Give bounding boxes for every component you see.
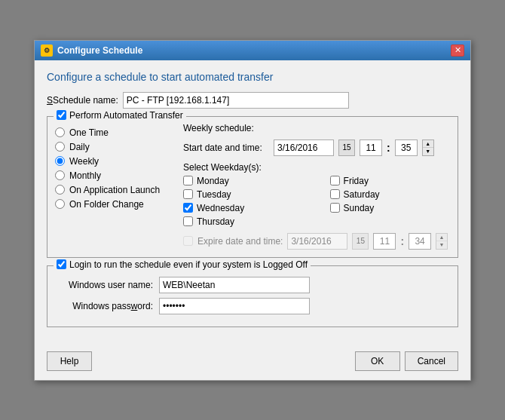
radio-on-launch-input[interactable] [55,185,65,195]
radio-daily-label: Daily [69,142,90,152]
expire-datetime-row: Expire date and time: 15 : ▲ ▼ [183,233,450,250]
perform-transfer-legend: Perform Automated Transfer [54,110,186,121]
start-date-input[interactable] [274,139,334,156]
radio-monthly: Monthly [55,170,168,181]
radio-monthly-input[interactable] [55,170,65,180]
weekday-tuesday-checkbox[interactable] [183,189,193,199]
time-separator: : [387,142,390,154]
username-row: Windows user name: [55,277,450,293]
perform-transfer-group: Perform Automated Transfer One Time Dail… [47,116,458,258]
password-label: Windows password: [55,301,153,311]
radio-daily-input[interactable] [55,142,65,152]
radio-on-folder-label: On Folder Change [69,199,144,210]
radio-on-folder: On Folder Change [55,199,168,210]
login-group-label: Login to run the schedule even if your s… [69,259,308,270]
ok-button[interactable]: OK [355,351,400,371]
cancel-button[interactable]: Cancel [405,351,458,371]
main-title: Configure a schedule to start automated … [47,71,458,83]
weekday-tuesday-label: Tuesday [197,189,231,200]
start-hour-input[interactable] [360,139,382,156]
window-content: Configure a schedule to start automated … [35,60,470,345]
expire-date-cal-button[interactable]: 15 [352,233,369,250]
weekly-schedule-section: Weekly schedule: Start date and time: 15… [183,123,450,250]
title-bar: ⚙ Configure Schedule ✕ [35,41,470,60]
username-input[interactable] [159,277,310,293]
password-input[interactable] [159,298,310,314]
expire-minute-input[interactable] [409,233,431,250]
radio-one-time: One Time [55,127,168,138]
expire-hour-input[interactable] [373,233,396,250]
bottom-bar: Help OK Cancel [35,345,470,380]
schedule-name-label: SSchedule name: [47,95,118,106]
login-group: Login to run the schedule even if your s… [47,265,458,327]
login-group-legend: Login to run the schedule even if your s… [54,259,311,270]
weekday-thursday: Thursday [183,216,315,227]
weekday-sunday-checkbox[interactable] [330,203,340,213]
start-minute-input[interactable] [395,139,418,156]
radio-daily: Daily [55,142,168,152]
radio-weekly-input[interactable] [55,156,65,166]
weekday-wednesday-label: Wednesday [197,203,244,213]
expire-label: Expire date and time: [197,236,283,247]
cal-icon: 15 [343,143,351,152]
weekday-monday: Monday [183,176,315,186]
weekday-friday-checkbox[interactable] [330,176,340,185]
radio-on-launch-label: On Application Launch [69,185,160,195]
weekday-friday-label: Friday [344,176,369,186]
radio-one-time-label: One Time [69,127,109,138]
expire-date-input[interactable] [287,233,347,250]
time-spin-up[interactable]: ▲ [423,140,433,148]
expire-time-spin-down[interactable]: ▼ [436,241,447,249]
weekday-saturday: Saturday [330,189,450,200]
weekday-thursday-label: Thursday [197,216,234,227]
title-bar-left: ⚙ Configure Schedule [41,44,142,57]
weekday-wednesday-checkbox[interactable] [183,203,193,213]
expire-checkbox[interactable] [183,236,193,246]
start-date-cal-button[interactable]: 15 [338,139,355,156]
radio-on-folder-input[interactable] [55,199,65,209]
window-title: Configure Schedule [57,45,142,56]
weekdays-grid: Monday Friday Tuesday Saturday [183,176,450,227]
weekday-saturday-label: Saturday [344,189,380,200]
radio-weekly-label: Weekly [69,156,99,167]
start-datetime-row: Start date and time: 15 : ▲ ▼ [183,139,450,156]
weekday-monday-checkbox[interactable] [183,176,193,185]
weekday-saturday-checkbox[interactable] [330,189,340,199]
frequency-radio-group: One Time Daily Weekly Monthly [55,127,168,250]
schedule-name-input[interactable] [123,92,349,109]
radio-weekly: Weekly [55,156,168,167]
configure-schedule-window: ⚙ Configure Schedule ✕ Configure a sched… [34,40,471,381]
perform-transfer-label: Perform Automated Transfer [69,110,183,121]
radio-one-time-input[interactable] [55,127,65,137]
expire-time-separator: : [400,235,404,247]
help-button[interactable]: Help [47,351,92,371]
expire-time-spinner: ▲ ▼ [436,233,448,250]
weekly-title: Weekly schedule: [183,123,450,133]
time-spinner: ▲ ▼ [422,139,434,156]
login-checkbox[interactable] [57,259,66,269]
schedule-content: One Time Daily Weekly Monthly [55,123,450,250]
perform-transfer-checkbox[interactable] [57,110,66,120]
close-button[interactable]: ✕ [451,44,464,57]
weekday-monday-label: Monday [197,176,229,186]
time-spin-down[interactable]: ▼ [423,148,433,155]
radio-monthly-label: Monthly [69,170,101,181]
radio-on-launch: On Application Launch [55,185,168,195]
schedule-name-row: SSchedule name: [47,92,458,109]
expire-time-spin-up[interactable]: ▲ [436,234,447,241]
expire-cal-icon: 15 [357,237,365,245]
weekday-wednesday: Wednesday [183,203,315,213]
weekday-thursday-checkbox[interactable] [183,216,193,226]
weekday-tuesday: Tuesday [183,189,315,200]
weekday-sunday-label: Sunday [344,203,375,213]
password-row: Windows password: [55,298,450,314]
start-label: Start date and time: [183,143,262,153]
weekday-sunday: Sunday [330,203,450,213]
weekday-friday: Friday [330,176,450,186]
window-icon: ⚙ [41,44,53,57]
username-label: Windows user name: [55,280,153,290]
bottom-right-buttons: OK Cancel [355,351,458,371]
login-fields: Windows user name: Windows password: [55,277,450,314]
select-weekdays-label: Select Weekday(s): [183,162,450,173]
